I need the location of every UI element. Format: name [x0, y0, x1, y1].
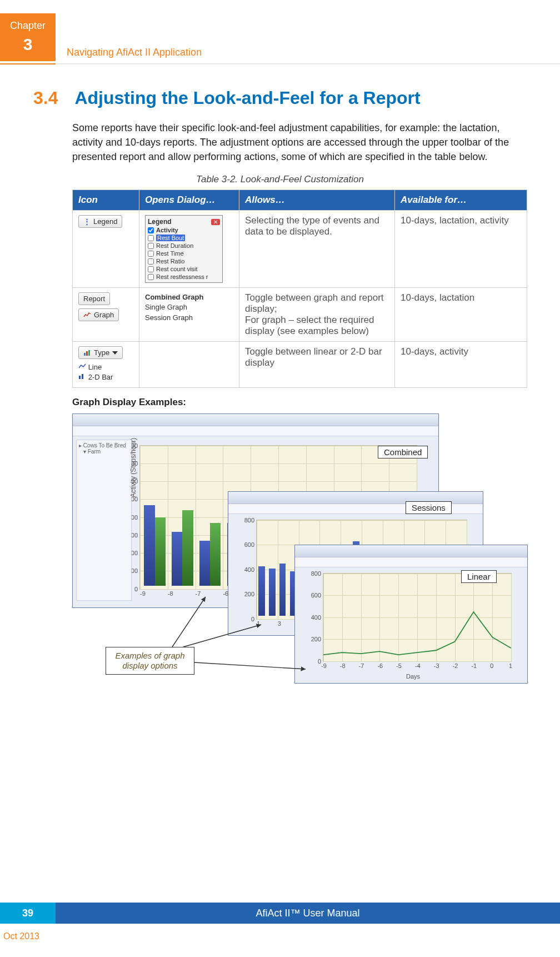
graph-examples-figure: 0100200300400500600700800-9-8-7-6-5-4-3-…	[72, 413, 528, 725]
type-option-line[interactable]: Line	[78, 362, 113, 372]
chevron-down-icon	[112, 351, 118, 355]
legend-item: Rest restlessness r	[156, 273, 208, 280]
th-available: Available for…	[395, 190, 527, 211]
legend-button-label: Legend	[93, 217, 117, 226]
legend-item: Rest Time	[156, 250, 184, 257]
graph-menu-item[interactable]: Combined Graph	[145, 292, 233, 302]
running-head: Navigating AfiAct II Application	[67, 47, 202, 58]
graph-menu-item[interactable]: Single Graph	[145, 303, 187, 311]
cell-allows: Toggle between linear or 2-D bar display	[239, 342, 395, 387]
legend-item: Rest Duration	[156, 242, 193, 249]
y-axis-label: Activity (Steps/hour)	[129, 437, 137, 497]
legend-check[interactable]	[148, 235, 154, 241]
look-and-feel-table: Icon Opens Dialog… Allows… Available for…	[72, 190, 527, 387]
legend-item: Rest Bout	[156, 235, 185, 241]
svg-rect-3	[79, 376, 81, 379]
svg-line-7	[194, 662, 306, 669]
close-icon[interactable]: ✕	[211, 219, 220, 225]
chapter-label: Chapter	[0, 13, 56, 32]
footer-date: Oct 2013	[3, 931, 39, 941]
legend-check[interactable]	[148, 274, 154, 280]
legend-dialog-title: Legend	[148, 218, 172, 226]
legend-check[interactable]	[148, 243, 154, 249]
page-number: 39	[0, 903, 56, 924]
svg-rect-4	[82, 374, 83, 379]
intro-paragraph: Some reports have their specific look-an…	[72, 121, 527, 164]
graph-menu: Combined Graph Single Graph Session Grap…	[145, 292, 233, 323]
svg-rect-1	[86, 351, 88, 356]
legend-item: Rest count visit	[156, 266, 198, 272]
legend-check[interactable]	[148, 258, 154, 265]
section-title: Adjusting the Look-and-Feel for a Report	[74, 88, 519, 108]
section-number: 3.4	[33, 88, 72, 108]
report-button[interactable]: Report	[78, 292, 110, 305]
cell-allows: Selecting the type of events and data to…	[239, 211, 395, 288]
legend-item: Rest Ratio	[156, 258, 184, 265]
table-caption: Table 3-2. Look-and-Feel Customization	[33, 174, 527, 185]
footer: 39 AfiAct II™ User Manual	[0, 903, 560, 924]
th-icon: Icon	[73, 190, 139, 211]
table-row: ⋮ Legend Legend✕ Activity Rest Bout Rest…	[73, 211, 527, 288]
cell-available: 10-days, lactation, activity	[395, 211, 527, 288]
cell-available: 10-days, activity	[395, 342, 527, 387]
sessions-tag: Sessions	[406, 501, 452, 514]
table-row: Report Graph Combined Graph Single Graph…	[73, 288, 527, 342]
th-opens: Opens Dialog…	[139, 190, 239, 211]
legend-check-activity[interactable]	[148, 227, 154, 233]
chart-icon	[83, 312, 91, 318]
linear-window: 0200400600800-9-8-7-6-5-4-3-2-101 Days	[294, 545, 528, 684]
linear-tag: Linear	[461, 570, 497, 583]
chapter-badge: Chapter 3	[0, 13, 56, 61]
graph-examples-heading: Graph Display Examples:	[72, 397, 527, 408]
cell-icon: Type Line 2-D Bar	[73, 342, 139, 387]
cell-dialog	[139, 342, 239, 387]
cell-available: 10-days, lactation	[395, 288, 527, 342]
examples-callout: Examples of graph display options	[106, 647, 194, 675]
table-header-row: Icon Opens Dialog… Allows… Available for…	[73, 190, 527, 211]
cell-dialog: Combined Graph Single Graph Session Grap…	[139, 288, 239, 342]
legend-button[interactable]: ⋮ Legend	[78, 215, 122, 228]
x-axis-label: Days	[406, 673, 420, 680]
cell-dialog: Legend✕ Activity Rest Bout Rest Duration…	[139, 211, 239, 288]
graph-menu-item[interactable]: Session Graph	[145, 313, 193, 322]
chapter-number: 3	[0, 32, 56, 54]
line-icon	[78, 363, 86, 370]
header-rule	[0, 63, 560, 64]
th-allows: Allows…	[239, 190, 395, 211]
legend-check[interactable]	[148, 251, 154, 257]
graph-button[interactable]: Graph	[78, 308, 119, 321]
type-dropdown[interactable]: Type	[78, 346, 123, 359]
cell-icon: ⋮ Legend	[73, 211, 139, 288]
cell-allows: Toggle between graph and report display;…	[239, 288, 395, 342]
bar-icon	[78, 373, 86, 380]
legend-dots-icon: ⋮	[83, 217, 91, 226]
manual-title: AfiAct II™ User Manual	[56, 903, 560, 924]
legend-check[interactable]	[148, 266, 154, 272]
type-option-bar[interactable]: 2-D Bar	[78, 372, 113, 382]
legend-dialog: Legend✕ Activity Rest Bout Rest Duration…	[145, 215, 223, 283]
bar-chart-icon	[83, 350, 91, 356]
svg-rect-2	[88, 350, 90, 356]
table-row: Type Line 2-D Bar Toggle between linear …	[73, 342, 527, 387]
legend-item: Activity	[156, 227, 178, 233]
svg-rect-0	[84, 353, 86, 356]
cell-icon: Report Graph	[73, 288, 139, 342]
combined-tag: Combined	[378, 446, 428, 458]
